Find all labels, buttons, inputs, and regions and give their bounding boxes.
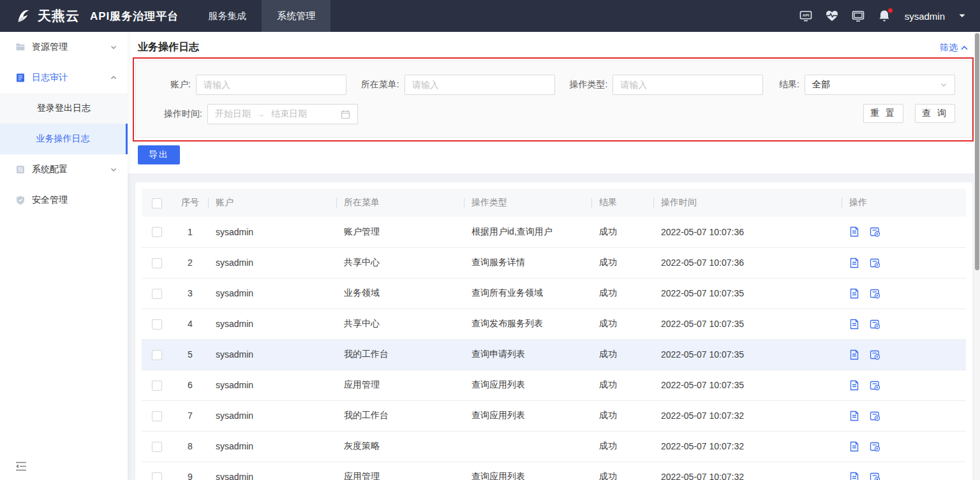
result-select[interactable]: 全部 xyxy=(805,75,955,95)
header-no: 序号 xyxy=(172,189,208,217)
monitor-error-icon[interactable] xyxy=(870,319,880,330)
operation-type-input[interactable] xyxy=(612,75,763,95)
monitor-error-icon[interactable] xyxy=(870,380,880,391)
row-checkbox[interactable] xyxy=(152,258,162,268)
monitor-error-icon[interactable] xyxy=(870,288,880,299)
heart-pulse-icon[interactable] xyxy=(825,9,839,23)
cell-no: 1 xyxy=(172,217,208,247)
header-account: 账户 xyxy=(208,189,336,217)
menu-fold-icon[interactable] xyxy=(15,462,27,471)
cell-account: sysadmin xyxy=(208,339,336,370)
username[interactable]: sysadmin xyxy=(905,11,945,22)
table-row: 1 sysadmin 账户管理 根据用户id,查询用户 成功 2022-05-0… xyxy=(142,217,966,247)
monitor-error-icon[interactable] xyxy=(870,258,880,268)
sidebar-item-system-config[interactable]: 系统配置 xyxy=(0,154,128,185)
sidebar-subitem-login-logout-log[interactable]: 登录登出日志 xyxy=(0,93,128,124)
query-button[interactable]: 查 询 xyxy=(915,104,955,123)
row-checkbox[interactable] xyxy=(152,381,162,391)
account-input[interactable] xyxy=(196,75,346,95)
row-checkbox[interactable] xyxy=(152,289,162,299)
sidebar-item-log-audit[interactable]: 日志审计 xyxy=(0,62,128,93)
cell-menu: 应用管理 xyxy=(336,370,464,400)
table-row: 5 sysadmin 我的工作台 查询申请列表 成功 2022-05-07 10… xyxy=(142,339,966,370)
cell-account: sysadmin xyxy=(208,217,336,247)
log-detail-icon[interactable] xyxy=(849,319,859,330)
monitor-error-icon[interactable] xyxy=(870,472,880,480)
row-checkbox[interactable] xyxy=(152,442,162,452)
cell-operation-time: 2022-05-07 10:07:32 xyxy=(653,400,842,431)
table-row: 7 sysadmin 我的工作台 查询应用列表 成功 2022-05-07 10… xyxy=(142,400,966,431)
sidebar-item-security-management[interactable]: 安全管理 xyxy=(0,185,128,215)
scrollbar-thumb[interactable] xyxy=(975,33,979,270)
monitor-error-icon[interactable] xyxy=(870,226,880,237)
log-detail-icon[interactable] xyxy=(849,288,859,299)
table-row: 2 sysadmin 共享中心 查询服务详情 成功 2022-05-07 10:… xyxy=(142,247,966,278)
platform-title: API服务治理平台 xyxy=(90,9,179,24)
nav-tabs: 服务集成 系统管理 xyxy=(193,0,330,32)
reset-button[interactable]: 重 置 xyxy=(863,104,903,123)
cell-operation-time: 2022-05-07 10:07:35 xyxy=(653,370,842,400)
monitor-error-icon[interactable] xyxy=(870,441,880,452)
log-detail-icon[interactable] xyxy=(849,258,859,268)
operation-time-range-input[interactable]: 开始日期 → 结束日期 xyxy=(207,104,358,124)
cell-no: 8 xyxy=(172,431,208,462)
cell-operation-type: 查询发布服务列表 xyxy=(464,309,591,339)
row-checkbox[interactable] xyxy=(152,319,162,330)
log-table: 序号 账户 所在菜单 操作类型 结果 操作时间 操作 1 sysadmin 账户… xyxy=(142,189,966,480)
log-detail-icon[interactable] xyxy=(849,380,859,391)
table-row: 6 sysadmin 应用管理 查询应用列表 成功 2022-05-07 10:… xyxy=(142,370,966,400)
sidebar-item-resource-management[interactable]: 资源管理 xyxy=(0,32,128,62)
chevron-down-icon xyxy=(940,81,947,89)
log-detail-icon[interactable] xyxy=(849,441,859,452)
chevron-down-icon xyxy=(110,43,117,51)
cell-operation-time: 2022-05-07 10:07:35 xyxy=(653,278,842,309)
cell-result: 成功 xyxy=(591,400,653,431)
row-checkbox[interactable] xyxy=(152,411,162,421)
cell-result: 成功 xyxy=(591,278,653,309)
filter-section: 账户: 所在菜单: 操作类型: 结果: xyxy=(135,61,972,138)
cell-account: sysadmin xyxy=(208,462,336,480)
cell-result: 成功 xyxy=(591,339,653,370)
cell-no: 3 xyxy=(172,278,208,309)
monitor-icon[interactable] xyxy=(851,9,865,23)
log-table-card: 序号 账户 所在菜单 操作类型 结果 操作时间 操作 1 sysadmin 账户… xyxy=(135,182,972,480)
row-checkbox[interactable] xyxy=(152,227,162,237)
sidebar-item-label: 安全管理 xyxy=(32,194,117,206)
cell-result: 成功 xyxy=(591,247,653,278)
cell-no: 4 xyxy=(172,309,208,339)
chevron-down-icon[interactable] xyxy=(958,13,966,18)
table-row: 9 sysadmin 应用管理 查询应用列表 成功 2022-05-07 10:… xyxy=(142,462,966,480)
cell-result: 成功 xyxy=(591,309,653,339)
navbar-right: API sysadmin xyxy=(799,9,980,23)
cell-operation-type: 查询申请列表 xyxy=(464,339,591,370)
log-detail-icon[interactable] xyxy=(849,349,859,360)
export-button[interactable]: 导出 xyxy=(138,145,180,164)
nav-tab-service-integration[interactable]: 服务集成 xyxy=(193,0,262,32)
log-detail-icon[interactable] xyxy=(849,411,859,421)
cell-account: sysadmin xyxy=(208,431,336,462)
operation-type-label: 操作类型: xyxy=(556,79,607,91)
cell-menu: 共享中心 xyxy=(336,247,464,278)
monitor-error-icon[interactable] xyxy=(870,411,880,421)
bell-icon[interactable] xyxy=(877,9,891,23)
select-all-checkbox[interactable] xyxy=(152,198,162,208)
api-monitor-icon[interactable]: API xyxy=(799,9,813,23)
row-checkbox[interactable] xyxy=(152,472,162,480)
cell-menu: 应用管理 xyxy=(336,462,464,480)
cell-no: 7 xyxy=(172,400,208,431)
log-detail-icon[interactable] xyxy=(849,472,859,480)
cell-result: 成功 xyxy=(591,217,653,247)
filter-toggle-link[interactable]: 筛选 xyxy=(940,42,969,54)
cell-operation-time: 2022-05-07 10:07:32 xyxy=(653,431,842,462)
row-checkbox[interactable] xyxy=(152,350,162,360)
header-operation-time: 操作时间 xyxy=(653,189,842,217)
monitor-error-icon[interactable] xyxy=(870,349,880,360)
log-detail-icon[interactable] xyxy=(849,226,859,237)
brand: 天燕云 API服务治理平台 xyxy=(0,6,179,25)
sidebar-subitem-business-operation-log[interactable]: 业务操作日志 xyxy=(0,124,128,154)
nav-tab-system-management[interactable]: 系统管理 xyxy=(262,0,330,32)
chevron-up-icon xyxy=(110,74,117,82)
filter-group-result: 结果: 全部 xyxy=(765,75,955,95)
menu-input[interactable] xyxy=(405,75,555,95)
svg-text:API: API xyxy=(802,13,809,17)
